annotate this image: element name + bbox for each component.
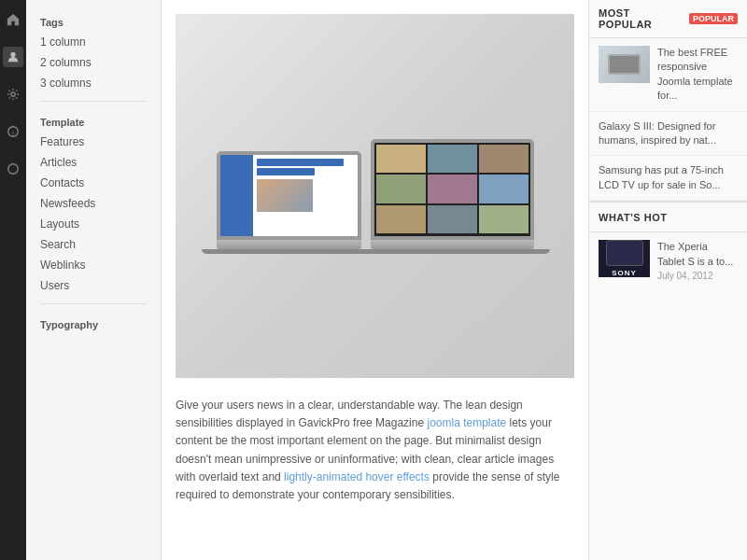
screen-row-2	[257, 168, 315, 175]
hot-device-img	[606, 240, 643, 266]
typography-section: Give your users news in a clear, underst…	[176, 392, 574, 509]
laptop-right	[371, 139, 534, 254]
popular-text-3: Samsung has put a 75-inch LCD TV up for …	[599, 163, 738, 192]
grid-cell-8	[428, 205, 477, 234]
main-content: Give your users news in a clear, underst…	[162, 0, 588, 560]
sidebar-icon-info[interactable]: i	[3, 121, 23, 142]
nav-item-features[interactable]: Features	[26, 132, 161, 152]
hero-image	[176, 14, 574, 378]
nav-divider-1	[40, 101, 147, 102]
nav-item-articles[interactable]: Articles	[26, 152, 161, 173]
joomla-template-link[interactable]: joomla template	[427, 416, 506, 429]
popular-item-2[interactable]: Galaxy S III: Designed for humans, inspi…	[589, 112, 747, 157]
popular-item-3[interactable]: Samsung has put a 75-inch LCD TV up for …	[589, 156, 747, 201]
laptop-screen-left	[217, 151, 361, 240]
laptops-illustration	[217, 139, 534, 254]
screen-sidebar-mini	[220, 155, 253, 236]
nav-item-2col[interactable]: 2 columns	[26, 52, 161, 73]
whats-hot-section: WHAT'S HOT SONY The Xperia Tablet S is a…	[589, 201, 747, 288]
laptop-bottom-left	[202, 249, 375, 254]
grid-cell-9	[479, 205, 529, 234]
sidebar-icon-settings[interactable]	[3, 84, 23, 105]
most-popular-title: MOST POPULAR	[599, 7, 684, 30]
laptop-left	[217, 151, 361, 254]
laptop-base-left	[217, 240, 361, 249]
grid-cell-3	[479, 145, 529, 174]
right-sidebar: MOST POPULAR POPULAR The best FREE respo…	[588, 0, 747, 560]
sidebar-icon-extra[interactable]	[3, 159, 23, 179]
thumb-laptop-img	[608, 54, 641, 75]
grid-cell-1	[376, 145, 426, 174]
nav-item-users[interactable]: Users	[26, 275, 161, 296]
nav-section-typography: Typography	[26, 312, 161, 334]
nav-panel: Tags 1 column 2 columns 3 columns Templa…	[26, 0, 162, 560]
most-popular-header: MOST POPULAR POPULAR	[589, 0, 747, 38]
hot-text-1: The Xperia Tablet S is a to...	[657, 240, 738, 269]
screen-row-1	[257, 159, 345, 166]
nav-item-weblinks[interactable]: Weblinks	[26, 255, 161, 275]
nav-item-1col[interactable]: 1 column	[26, 32, 161, 52]
hot-thumb-1: SONY	[599, 240, 650, 277]
grid-cell-7	[376, 205, 426, 234]
nav-section-tags: Tags	[26, 9, 161, 32]
svg-point-4	[8, 164, 19, 175]
sony-logo: SONY	[612, 269, 637, 277]
nav-item-contacts[interactable]: Contacts	[26, 173, 161, 193]
svg-point-0	[10, 52, 15, 57]
nav-item-layouts[interactable]: Layouts	[26, 214, 161, 234]
grid-cell-2	[428, 145, 477, 174]
sidebar-icon-user[interactable]	[3, 47, 23, 67]
svg-text:i: i	[12, 130, 14, 136]
popular-text-2: Galaxy S III: Designed for humans, inspi…	[599, 119, 738, 148]
svg-point-1	[11, 92, 15, 96]
body-text: Give your users news in a clear, underst…	[176, 397, 574, 504]
laptop-bottom-right	[354, 249, 550, 254]
screen-photo-mini	[257, 179, 313, 212]
popular-text-1: The best FREE responsive Joomla template…	[657, 46, 738, 104]
nav-section-template: Template	[26, 109, 161, 132]
sidebar-icons-panel: i	[0, 0, 26, 560]
hover-effects-link[interactable]: lightly-animated hover effects	[284, 470, 430, 483]
popular-thumb-1	[599, 46, 650, 83]
laptop-base-right	[371, 240, 534, 249]
grid-cell-5	[428, 175, 477, 203]
hot-item-1[interactable]: SONY The Xperia Tablet S is a to... July…	[589, 232, 747, 288]
grid-cell-4	[376, 175, 426, 203]
grid-cell-6	[479, 175, 529, 203]
popular-badge: POPULAR	[689, 13, 738, 24]
nav-item-3col[interactable]: 3 columns	[26, 73, 161, 93]
laptop-screen-right	[371, 139, 534, 240]
nav-item-newsfeeds[interactable]: Newsfeeds	[26, 193, 161, 214]
nav-item-search[interactable]: Search	[26, 234, 161, 255]
hot-date-1: July 04, 2012	[657, 271, 738, 281]
nav-divider-2	[40, 303, 147, 304]
sidebar-icon-home[interactable]	[3, 9, 23, 30]
hot-item-text: The Xperia Tablet S is a to... July 04, …	[657, 240, 738, 281]
whats-hot-title: WHAT'S HOT	[599, 212, 667, 223]
popular-item-1[interactable]: The best FREE responsive Joomla template…	[589, 38, 747, 112]
screen-main-mini	[253, 155, 358, 236]
whats-hot-header: WHAT'S HOT	[589, 203, 747, 232]
